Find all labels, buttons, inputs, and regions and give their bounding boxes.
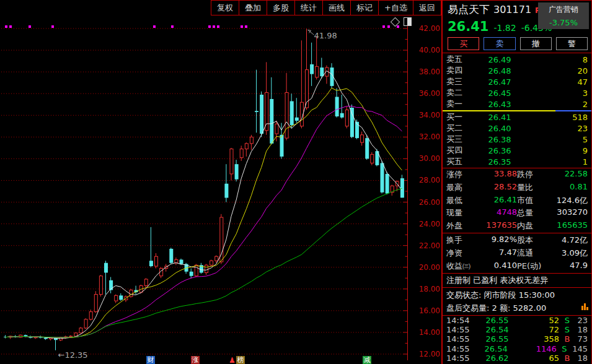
toolbar-button-2[interactable]: 叠加 xyxy=(239,1,267,15)
level-volume: 8 xyxy=(526,55,588,64)
stock-code: 301171 xyxy=(493,4,531,15)
level-price: 26.49 xyxy=(474,55,526,64)
level-price: 26.38 xyxy=(474,135,526,144)
level-price: 26.35 xyxy=(474,157,526,167)
stats-row: 涨停33.88跌停22.58 xyxy=(443,168,591,181)
trading-app-window: 12.0014.0016.0018.0020.0022.0024.0026.00… xyxy=(0,0,592,364)
svg-text:38.00: 38.00 xyxy=(419,67,440,76)
order-book-row[interactable]: 买二26.4023 xyxy=(443,123,591,134)
level-label: 买四 xyxy=(446,145,474,156)
order-book-row[interactable]: 买三26.385 xyxy=(443,134,591,145)
level-label: 买三 xyxy=(446,134,474,145)
quote-stats-primary: 涨停33.88跌停22.58最高28.52量比0.81最低26.41市值124.… xyxy=(443,168,591,233)
sector-tag[interactable]: 广告营销 -3.75% xyxy=(538,2,589,29)
svg-text:←12.35: ←12.35 xyxy=(58,350,88,360)
chart-toolbar: 复权叠加多股统计画线标记+自选返回 xyxy=(211,0,441,15)
svg-text:26.00: 26.00 xyxy=(419,198,440,207)
diamond-marker-icon[interactable] xyxy=(391,17,400,27)
stock-name: 易点天下 xyxy=(448,2,490,17)
kline-chart-region: 12.0014.0016.0018.0020.0022.0024.0026.00… xyxy=(0,0,441,364)
level-price: 26.47 xyxy=(474,77,526,87)
level-volume: 1 xyxy=(526,157,588,167)
level-volume: 5 xyxy=(526,135,588,144)
market-status-line: 交易状态: 闭市阶段 15:30:00 xyxy=(446,288,588,301)
level-volume: 20 xyxy=(526,66,588,76)
svg-text:40.00: 40.00 xyxy=(419,46,440,54)
level-label: 卖五 xyxy=(446,54,474,65)
sector-name: 广告营销 xyxy=(538,2,589,17)
price-change: -1.82 xyxy=(493,23,516,33)
order-book-row[interactable]: 买五26.351 xyxy=(443,156,591,167)
level-price: 26.48 xyxy=(474,66,526,76)
svg-text:34.00: 34.00 xyxy=(419,111,440,119)
level-label: 卖一 xyxy=(446,98,474,110)
trade-row: 14:5526.6265B18 xyxy=(443,353,591,363)
level-volume: 3 xyxy=(526,89,588,98)
order-book-row[interactable]: 卖三26.4747 xyxy=(443,76,591,87)
level-label: 买一 xyxy=(446,111,474,123)
order-book-row[interactable]: 卖五26.498 xyxy=(443,54,591,65)
trade-row: 14:5526.541146S145 xyxy=(443,344,591,353)
toolbar-button-1[interactable]: 复权 xyxy=(211,1,239,15)
level-label: 卖二 xyxy=(446,87,474,98)
buy-button[interactable]: 买 xyxy=(448,37,479,50)
svg-text:42.00: 42.00 xyxy=(419,24,440,33)
toolbar-button-3[interactable]: 多股 xyxy=(267,1,294,15)
order-book-row[interactable]: 卖四26.4820 xyxy=(443,65,591,76)
order-book-row[interactable]: 卖一26.432 xyxy=(443,98,591,110)
level-label: 买五 xyxy=(446,156,474,167)
svg-text:14.00: 14.00 xyxy=(419,328,440,337)
stats-row: 外盘137635内盘165635 xyxy=(443,220,591,233)
event-marker-榜[interactable]: 榜 xyxy=(236,356,245,364)
level-label: 卖三 xyxy=(446,76,474,87)
last-price: 26.41 xyxy=(448,19,488,34)
level-volume: 518 xyxy=(526,113,588,122)
svg-text:36.00: 36.00 xyxy=(419,89,440,98)
level-price: 26.43 xyxy=(474,100,526,109)
toolbar-button-5[interactable]: 画线 xyxy=(322,1,350,15)
svg-text:22.00: 22.00 xyxy=(419,241,440,250)
svg-text:32.00: 32.00 xyxy=(419,132,440,141)
level-volume: 23 xyxy=(526,124,588,133)
event-marker-财[interactable]: 财 xyxy=(146,356,155,364)
stats-row: 换手9.82%股本4.72亿 xyxy=(443,233,591,246)
toolbar-button-8[interactable]: 返回 xyxy=(413,1,441,15)
svg-text:30.00: 30.00 xyxy=(419,154,440,163)
bar-chart-icon[interactable] xyxy=(581,301,589,313)
alert-button[interactable]: 警 xyxy=(556,37,588,50)
order-book-row[interactable]: 买四26.369 xyxy=(443,145,591,156)
stock-header: 易点天下 301171 R1000 广告营销 -3.75% 26.41 -1.8… xyxy=(443,1,591,53)
quote-panel: 易点天下 301171 R1000 广告营销 -3.75% 26.41 -1.8… xyxy=(441,0,592,364)
cancel-button[interactable]: 撤 xyxy=(520,37,552,50)
stats-row: 净资7.47流通3.09亿 xyxy=(443,246,591,259)
sell-button[interactable]: 卖 xyxy=(484,37,515,50)
svg-text:12.00: 12.00 xyxy=(419,350,440,358)
order-book: 卖五26.498卖四26.4820卖三26.4747卖二26.453卖一26.4… xyxy=(443,53,591,168)
svg-text:16.00: 16.00 xyxy=(419,306,440,315)
stats-row: 最低26.41市值124.6亿 xyxy=(443,194,591,207)
toolbar-button-7[interactable]: +自选 xyxy=(378,1,413,15)
level-price: 26.45 xyxy=(474,89,526,98)
event-marker-涨[interactable]: 涨 xyxy=(191,356,200,364)
sector-change: -3.75% xyxy=(538,17,589,29)
order-book-row[interactable]: 买一26.41518 xyxy=(443,111,591,123)
stats-row: 现量4748总量303270 xyxy=(443,207,591,220)
svg-text:20.00: 20.00 xyxy=(419,263,440,272)
svg-text:18.00: 18.00 xyxy=(419,285,440,293)
stats-row: 最高28.52量比0.81 xyxy=(443,181,591,194)
after-hours-line: 盘后交易量: 2 额: 5282.00 xyxy=(446,301,588,314)
candlestick-chart-canvas[interactable]: 12.0014.0016.0018.0020.0022.0024.0026.00… xyxy=(0,0,441,364)
trading-status: 交易状态: 闭市阶段 15:30:00 盘后交易量: 2 额: 5282.00 xyxy=(443,288,591,315)
stats-row: 收益㈢0.410PE(动)47.9 xyxy=(443,259,591,272)
order-book-row[interactable]: 卖二26.453 xyxy=(443,87,591,98)
event-marker-♟[interactable]: ♟ xyxy=(229,357,236,364)
toolbar-button-4[interactable]: 统计 xyxy=(294,1,322,15)
svg-text:28.00: 28.00 xyxy=(419,176,440,184)
toolbar-button-6[interactable]: 标记 xyxy=(350,1,378,15)
chart-corner-icons xyxy=(392,17,412,26)
trade-row: 14:5526.55358B73 xyxy=(443,334,591,344)
event-marker-减[interactable]: 减 xyxy=(363,356,371,364)
level-price: 26.40 xyxy=(474,124,526,133)
svg-text:24.00: 24.00 xyxy=(419,220,440,228)
split-page-icon[interactable] xyxy=(404,17,412,26)
